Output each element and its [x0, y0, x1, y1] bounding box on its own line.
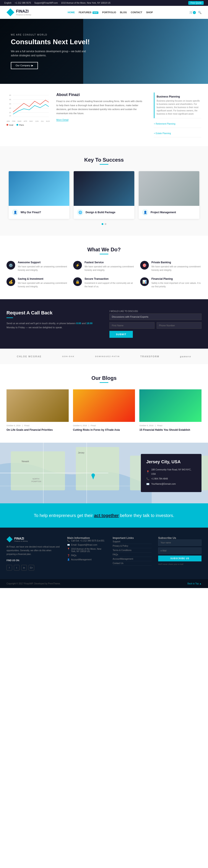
- footer-subscribe-title: Subscribe Us: [158, 536, 202, 539]
- key-underline: [100, 164, 108, 165]
- location-icon: 📍: [67, 548, 70, 550]
- footer-link-faqs[interactable]: FAQs: [113, 553, 152, 557]
- tagline-after: before they talk to investors.: [119, 513, 174, 518]
- service-3-title: Saving & Investment: [18, 277, 68, 280]
- chart-x-labels: JANFEBMARAPRMAYJUNJULAUG: [6, 120, 50, 122]
- blog-1-cat: Finazi: [91, 425, 96, 427]
- footer-link-contact[interactable]: Contact Us: [113, 561, 152, 565]
- callback-firstname-input[interactable]: [110, 322, 154, 329]
- footer-info-faq[interactable]: ❓ FAQs: [67, 554, 106, 557]
- callback-phone-input[interactable]: [157, 322, 202, 329]
- blog-0-title: On Life Goals and Financial Priorities: [6, 428, 69, 432]
- blog-2-date: October 6, 2016: [139, 425, 153, 427]
- social-twitter[interactable]: t: [14, 565, 20, 570]
- nav-shop[interactable]: SHOP: [146, 11, 153, 14]
- footer-account-text: AccountManagement: [71, 558, 92, 561]
- blog-0-img: [6, 390, 69, 422]
- callback-topic-select[interactable]: Discussions with Financial Experts: [110, 313, 202, 320]
- subscribe-btn[interactable]: SUBSCRIBE US: [158, 556, 202, 561]
- services-grid: ⚙️ Awesome Support We have operated with…: [6, 261, 202, 288]
- footer-link-terms[interactable]: Terms & Conditions: [113, 548, 152, 553]
- back-to-top[interactable]: Back to Top ▲: [187, 582, 202, 585]
- dot-1[interactable]: [105, 223, 107, 225]
- svg-text:15: 15: [9, 115, 11, 117]
- hero-btn-label: Our Company: [16, 64, 30, 67]
- callback-submit-btn[interactable]: SUBMIT: [110, 331, 133, 338]
- about-section: 40 35 30 25 20 15 JANFEBMARAPRMAYJUNJULA…: [0, 84, 208, 146]
- footer-desc: At Finazi, we have one decided most crit…: [6, 545, 61, 556]
- map-overlay: Jersey City, USA 📍188 Community-Yule Roa…: [141, 454, 202, 492]
- logo-name: FINAZI: [16, 9, 29, 13]
- logo-sub: Finance & Money: [16, 14, 31, 16]
- card-2: 👤 Project Management: [139, 171, 199, 219]
- feature-estate[interactable]: + Estate Planning: [154, 128, 202, 137]
- map-address: 188 Community-Yule Road, NY 843 NYC, USA: [151, 468, 196, 476]
- card-1-icon: 🌐: [77, 209, 83, 216]
- footer-info-account[interactable]: 👤 AccountManagement: [67, 558, 106, 561]
- cards-container: 👤 Why Our Finazi? 🌐 Design & Build Packa…: [6, 171, 202, 219]
- cart-icon[interactable]: 🛒0: [189, 11, 196, 14]
- about-title: About Finazi: [56, 93, 143, 97]
- card-0: 👤 Why Our Finazi?: [9, 171, 69, 219]
- footer-link-privacy[interactable]: Privacy & Policy: [113, 544, 152, 548]
- dot-0[interactable]: [101, 223, 103, 225]
- social-linkedin[interactable]: in: [21, 565, 27, 570]
- footer-link-support[interactable]: Support: [113, 539, 152, 544]
- nav-contact[interactable]: CONTACT: [131, 11, 142, 14]
- subscribe-email-input[interactable]: [158, 548, 202, 554]
- card-2-icon: 👤: [142, 209, 148, 216]
- phone-icon: 📞: [67, 539, 70, 542]
- footer-links-list: Support Privacy & Policy Terms & Conditi…: [113, 539, 152, 565]
- nav-home[interactable]: HOME: [68, 11, 75, 14]
- map-city: Jersey City, USA: [146, 459, 196, 464]
- key-section: Key To Success 👤 Why Our Finazi? 🌐 Desig…: [0, 146, 208, 236]
- more-detail-link[interactable]: More Detail: [56, 119, 68, 121]
- blogs-grid: October 6, 2016 | Finazi On Life Goals a…: [6, 390, 202, 432]
- subscribe-name-input[interactable]: [158, 539, 202, 546]
- callback-hours-end: 18:00: [86, 322, 92, 324]
- tagline-link[interactable]: act together: [94, 513, 119, 518]
- top-phone: +1 212 386 5575: [15, 2, 31, 4]
- footer-social: f t in G+: [6, 565, 61, 570]
- feature-bp-title: Business Planning: [157, 95, 202, 98]
- blog-1-date: October 6, 2016: [73, 425, 87, 427]
- blog-card-2: October 6, 2016 | Finazi 15 Financial Ha…: [139, 390, 202, 432]
- callback-accent: [6, 317, 13, 318]
- svg-text:30: 30: [9, 103, 11, 105]
- footer-address-text: 1010 Avenue of the Moon, New York, NY 10…: [71, 548, 106, 553]
- service-3-content: Saving & Investment We have operated wit…: [18, 277, 68, 288]
- nav-portfolio[interactable]: PORTFOLIO: [102, 11, 116, 14]
- blog-1-img: [73, 390, 135, 422]
- free-quote-btn[interactable]: Free Quote: [188, 1, 204, 5]
- subscribe-note: We'll never share your e-mail: [158, 563, 202, 565]
- footer-main-info-title: Main Information: [67, 536, 106, 539]
- card-2-label: Project Management: [151, 211, 176, 214]
- feature-retirement[interactable]: + Retirement Planning: [154, 118, 202, 128]
- service-1-title: Fastest Service: [85, 261, 135, 264]
- about-chart: 40 35 30 25 20 15 JANFEBMARAPRMAYJUNJULA…: [6, 93, 50, 137]
- social-google[interactable]: G+: [29, 565, 34, 570]
- social-facebook[interactable]: f: [6, 565, 12, 570]
- callback-right: I WOULD LIKE TO DISCUSS: Discussions wit…: [110, 310, 202, 338]
- footer-logo-name: FINAZI: [14, 537, 24, 540]
- partner-2: DOMINGUEZ-PATIN: [95, 355, 120, 358]
- blog-1-title: Cutting Risks in Forex by XTrade Asia: [73, 428, 135, 432]
- lang-selector[interactable]: English: [4, 2, 11, 4]
- nav-blog[interactable]: BLOG: [120, 11, 127, 14]
- service-1-desc: We have operated with an unwavering comm…: [85, 265, 135, 272]
- footer-grid: FINAZI Finance & Money At Finazi, we hav…: [6, 536, 202, 570]
- email-icon: ✉️: [67, 544, 70, 546]
- feature-ret-link[interactable]: + Retirement Planning: [154, 123, 202, 125]
- map-phone-icon: 📞: [146, 476, 149, 482]
- top-bar-left: English +1 212 386 5575 Support@FinaziWP…: [4, 2, 111, 4]
- footer-link-account[interactable]: AccountManagement: [113, 557, 152, 561]
- search-icon[interactable]: 🔍: [198, 11, 202, 14]
- hero-cta-button[interactable]: Our Company ▶: [11, 62, 38, 69]
- partner-0: CHLOE MCGRAE: [17, 355, 41, 358]
- nav-features[interactable]: FEATURES NEW: [79, 11, 98, 14]
- service-3-icon: 💰: [6, 277, 15, 286]
- feature-est-link[interactable]: + Estate Planning: [154, 132, 202, 134]
- map-info: 📍188 Community-Yule Road, NY 843 NYC, US…: [146, 468, 196, 487]
- hero-description: We are a full service business developme…: [11, 50, 87, 58]
- faq-icon: ❓: [67, 554, 70, 557]
